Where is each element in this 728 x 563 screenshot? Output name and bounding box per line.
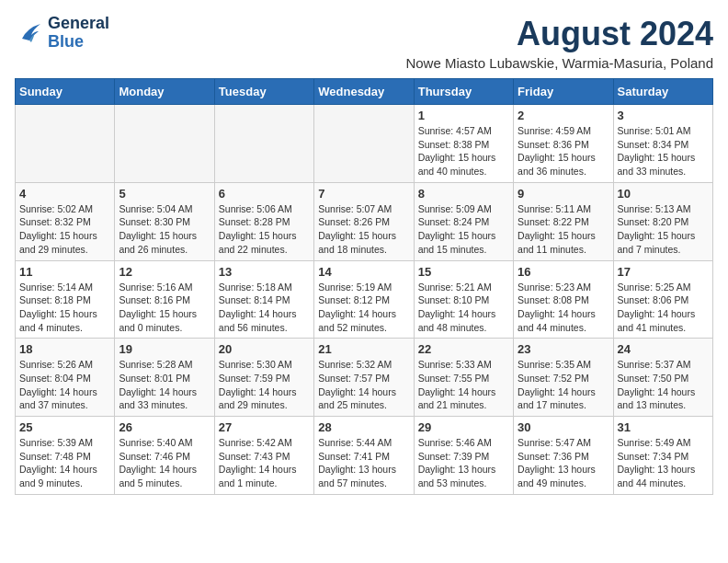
logo: General Blue xyxy=(15,15,109,52)
day-info: Sunrise: 5:42 AM Sunset: 7:43 PM Dayligh… xyxy=(219,436,310,490)
calendar-week-row: 1Sunrise: 4:57 AM Sunset: 8:38 PM Daylig… xyxy=(16,105,713,183)
calendar-week-row: 18Sunrise: 5:26 AM Sunset: 8:04 PM Dayli… xyxy=(16,339,713,417)
calendar-cell: 1Sunrise: 4:57 AM Sunset: 8:38 PM Daylig… xyxy=(414,105,513,183)
title-block: August 2024 Nowe Miasto Lubawskie, Warmi… xyxy=(405,15,713,71)
calendar-cell: 3Sunrise: 5:01 AM Sunset: 8:34 PM Daylig… xyxy=(613,105,712,183)
day-number: 8 xyxy=(418,187,509,201)
calendar-cell xyxy=(314,105,414,183)
day-number: 3 xyxy=(618,109,709,122)
day-info: Sunrise: 5:19 AM Sunset: 8:12 PM Dayligh… xyxy=(318,281,409,335)
calendar-week-row: 4Sunrise: 5:02 AM Sunset: 8:32 PM Daylig… xyxy=(16,182,713,260)
day-number: 13 xyxy=(219,265,310,279)
weekday-header: Saturday xyxy=(613,79,712,105)
calendar-cell: 10Sunrise: 5:13 AM Sunset: 8:20 PM Dayli… xyxy=(613,182,712,260)
calendar-cell: 15Sunrise: 5:21 AM Sunset: 8:10 PM Dayli… xyxy=(414,260,513,339)
day-number: 24 xyxy=(618,342,709,356)
calendar-cell: 4Sunrise: 5:02 AM Sunset: 8:32 PM Daylig… xyxy=(16,182,115,260)
calendar-cell: 6Sunrise: 5:06 AM Sunset: 8:28 PM Daylig… xyxy=(214,182,313,260)
weekday-header: Wednesday xyxy=(314,79,414,105)
calendar-cell: 23Sunrise: 5:35 AM Sunset: 7:52 PM Dayli… xyxy=(514,339,613,417)
calendar-cell: 9Sunrise: 5:11 AM Sunset: 8:22 PM Daylig… xyxy=(514,182,613,260)
main-title: August 2024 xyxy=(405,15,713,53)
day-number: 9 xyxy=(518,187,609,201)
day-info: Sunrise: 5:46 AM Sunset: 7:39 PM Dayligh… xyxy=(418,436,509,490)
weekday-header: Tuesday xyxy=(214,79,313,105)
day-info: Sunrise: 5:40 AM Sunset: 7:46 PM Dayligh… xyxy=(119,436,210,490)
page-header: General Blue August 2024 Nowe Miasto Lub… xyxy=(15,15,713,71)
calendar-cell: 28Sunrise: 5:44 AM Sunset: 7:41 PM Dayli… xyxy=(314,417,414,495)
calendar-cell: 22Sunrise: 5:33 AM Sunset: 7:55 PM Dayli… xyxy=(414,339,513,417)
calendar-cell: 20Sunrise: 5:30 AM Sunset: 7:59 PM Dayli… xyxy=(214,339,313,417)
weekday-header: Thursday xyxy=(414,79,513,105)
day-info: Sunrise: 5:37 AM Sunset: 7:50 PM Dayligh… xyxy=(618,358,709,412)
calendar-cell: 25Sunrise: 5:39 AM Sunset: 7:48 PM Dayli… xyxy=(16,417,115,495)
day-number: 27 xyxy=(219,420,310,434)
day-number: 31 xyxy=(618,420,709,434)
day-number: 20 xyxy=(219,342,310,356)
calendar-cell xyxy=(16,105,115,183)
day-number: 17 xyxy=(618,265,709,279)
day-number: 22 xyxy=(418,342,509,356)
day-number: 12 xyxy=(119,265,210,279)
day-number: 29 xyxy=(418,420,509,434)
day-info: Sunrise: 5:32 AM Sunset: 7:57 PM Dayligh… xyxy=(318,358,409,412)
day-number: 15 xyxy=(418,265,509,279)
calendar-cell xyxy=(115,105,214,183)
calendar-cell: 17Sunrise: 5:25 AM Sunset: 8:06 PM Dayli… xyxy=(613,260,712,339)
calendar-cell: 13Sunrise: 5:18 AM Sunset: 8:14 PM Dayli… xyxy=(214,260,313,339)
day-number: 14 xyxy=(318,265,409,279)
subtitle: Nowe Miasto Lubawskie, Warmia-Masuria, P… xyxy=(405,55,713,71)
day-number: 11 xyxy=(19,265,110,279)
day-number: 16 xyxy=(518,265,609,279)
day-number: 23 xyxy=(518,342,609,356)
calendar-cell: 30Sunrise: 5:47 AM Sunset: 7:36 PM Dayli… xyxy=(514,417,613,495)
calendar-cell: 31Sunrise: 5:49 AM Sunset: 7:34 PM Dayli… xyxy=(613,417,712,495)
day-info: Sunrise: 4:59 AM Sunset: 8:36 PM Dayligh… xyxy=(518,124,609,178)
calendar-cell: 21Sunrise: 5:32 AM Sunset: 7:57 PM Dayli… xyxy=(314,339,414,417)
day-info: Sunrise: 5:07 AM Sunset: 8:26 PM Dayligh… xyxy=(318,202,409,257)
calendar-cell xyxy=(214,105,313,183)
day-number: 21 xyxy=(318,342,409,356)
calendar-week-row: 11Sunrise: 5:14 AM Sunset: 8:18 PM Dayli… xyxy=(16,260,713,339)
day-number: 18 xyxy=(19,342,110,356)
day-info: Sunrise: 5:18 AM Sunset: 8:14 PM Dayligh… xyxy=(219,281,310,335)
calendar-cell: 19Sunrise: 5:28 AM Sunset: 8:01 PM Dayli… xyxy=(115,339,214,417)
day-info: Sunrise: 5:01 AM Sunset: 8:34 PM Dayligh… xyxy=(618,124,709,178)
day-number: 26 xyxy=(119,420,210,434)
calendar-cell: 8Sunrise: 5:09 AM Sunset: 8:24 PM Daylig… xyxy=(414,182,513,260)
day-info: Sunrise: 5:11 AM Sunset: 8:22 PM Dayligh… xyxy=(518,202,609,257)
day-number: 10 xyxy=(618,187,709,201)
calendar-cell: 5Sunrise: 5:04 AM Sunset: 8:30 PM Daylig… xyxy=(115,182,214,260)
day-info: Sunrise: 5:28 AM Sunset: 8:01 PM Dayligh… xyxy=(119,358,210,412)
calendar-cell: 18Sunrise: 5:26 AM Sunset: 8:04 PM Dayli… xyxy=(16,339,115,417)
day-number: 5 xyxy=(119,187,210,201)
day-number: 4 xyxy=(19,187,110,201)
day-info: Sunrise: 5:14 AM Sunset: 8:18 PM Dayligh… xyxy=(19,281,110,335)
day-number: 1 xyxy=(418,109,509,122)
day-info: Sunrise: 5:02 AM Sunset: 8:32 PM Dayligh… xyxy=(19,202,110,257)
calendar-table: SundayMondayTuesdayWednesdayThursdayFrid… xyxy=(15,78,713,495)
day-info: Sunrise: 5:16 AM Sunset: 8:16 PM Dayligh… xyxy=(119,281,210,335)
calendar-cell: 2Sunrise: 4:59 AM Sunset: 8:36 PM Daylig… xyxy=(514,105,613,183)
calendar-cell: 16Sunrise: 5:23 AM Sunset: 8:08 PM Dayli… xyxy=(514,260,613,339)
calendar-week-row: 25Sunrise: 5:39 AM Sunset: 7:48 PM Dayli… xyxy=(16,417,713,495)
day-info: Sunrise: 5:33 AM Sunset: 7:55 PM Dayligh… xyxy=(418,358,509,412)
day-info: Sunrise: 5:35 AM Sunset: 7:52 PM Dayligh… xyxy=(518,358,609,412)
day-info: Sunrise: 5:44 AM Sunset: 7:41 PM Dayligh… xyxy=(318,436,409,490)
calendar-cell: 14Sunrise: 5:19 AM Sunset: 8:12 PM Dayli… xyxy=(314,260,414,339)
day-number: 28 xyxy=(318,420,409,434)
day-info: Sunrise: 5:21 AM Sunset: 8:10 PM Dayligh… xyxy=(418,281,509,335)
day-info: Sunrise: 5:26 AM Sunset: 8:04 PM Dayligh… xyxy=(19,358,110,412)
day-info: Sunrise: 5:47 AM Sunset: 7:36 PM Dayligh… xyxy=(518,436,609,490)
calendar-cell: 29Sunrise: 5:46 AM Sunset: 7:39 PM Dayli… xyxy=(414,417,513,495)
calendar-header-row: SundayMondayTuesdayWednesdayThursdayFrid… xyxy=(16,79,713,105)
logo-icon xyxy=(15,20,44,46)
day-number: 7 xyxy=(318,187,409,201)
calendar-cell: 11Sunrise: 5:14 AM Sunset: 8:18 PM Dayli… xyxy=(16,260,115,339)
weekday-header: Sunday xyxy=(16,79,115,105)
logo-text: General Blue xyxy=(48,15,109,52)
day-info: Sunrise: 5:39 AM Sunset: 7:48 PM Dayligh… xyxy=(19,436,110,490)
calendar-cell: 26Sunrise: 5:40 AM Sunset: 7:46 PM Dayli… xyxy=(115,417,214,495)
day-info: Sunrise: 4:57 AM Sunset: 8:38 PM Dayligh… xyxy=(418,124,509,178)
day-number: 2 xyxy=(518,109,609,122)
